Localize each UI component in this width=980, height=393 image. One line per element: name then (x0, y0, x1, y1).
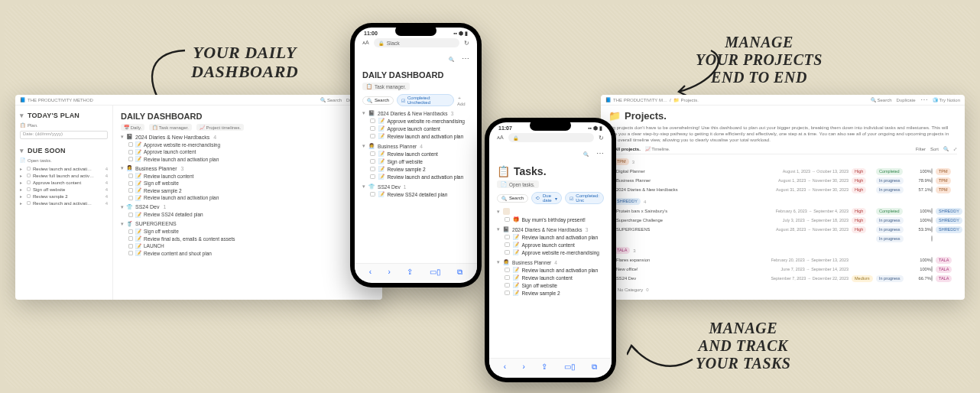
project-row[interactable]: 👕SS24 DevSeptember 7, 2023 → December 22… (608, 274, 957, 283)
task-item[interactable]: 📝Review content and shoot plan (121, 250, 375, 256)
group-header[interactable]: ▾🥤SUPERGREENS (121, 221, 375, 227)
project-group-header[interactable]: ▾TPM3 (608, 158, 957, 165)
view-timeline[interactable]: 📈 Timeline. (645, 146, 670, 151)
project-row[interactable]: 🎌Flares expansionFebruary 20, 2023 → Sep… (608, 255, 957, 265)
project-row[interactable]: 🔑New office!June 7, 2023 → September 14,… (608, 265, 957, 274)
view-chip[interactable]: 📄 Open tasks. (497, 180, 539, 188)
task-item[interactable]: 📝Review launch and activation plan (497, 267, 604, 273)
filter-duedate[interactable]: ⏲ Due date ▾ (531, 192, 562, 204)
project-row[interactable]: In progress (608, 234, 957, 243)
text-size[interactable]: ᴀA (497, 135, 504, 141)
project-group-header[interactable]: ▾TALA3 (608, 247, 957, 254)
search-button[interactable]: Search (497, 194, 528, 203)
expand-icon[interactable]: ⤢ (953, 146, 957, 151)
project-row[interactable]: 📓2024 Diaries & New HardbacksAugust 31, … (608, 185, 957, 194)
tabs-icon[interactable]: ⧉ (457, 268, 462, 277)
task-item[interactable]: 📝Approve launch content (362, 125, 469, 132)
group-header[interactable]: ▾📓2024 Diaries & New Hardbacks3 (497, 226, 604, 232)
group-header[interactable]: ▾📓2024 Diaries & New Hardbacks3 (362, 110, 469, 116)
tabs-icon[interactable]: ⧉ (592, 362, 597, 372)
bookmarks-icon[interactable]: ▭▯ (564, 362, 576, 372)
task-item[interactable]: 📝Review launch and activation plan (362, 174, 469, 180)
more-icon[interactable] (462, 54, 469, 63)
project-row[interactable]: ⚡Supercharge ChallengeJuly 3, 2023 → Sep… (608, 216, 957, 225)
group-header[interactable]: ▾👩‍💼Business Planner3 (121, 165, 375, 171)
task-item[interactable]: 📝Sign off website (362, 158, 469, 164)
task-item[interactable]: 📝Review sample 2 (121, 187, 375, 193)
search-icon[interactable] (449, 54, 454, 63)
task-item[interactable]: 📝Approve website re-merchandising (362, 118, 469, 124)
task-item[interactable]: 📝LAUNCH (121, 243, 375, 249)
forward-icon[interactable]: › (523, 362, 525, 372)
bookmarks-icon[interactable]: ▭▯ (430, 268, 441, 277)
sidebar-task[interactable]: ▸Approve launch content4 (20, 180, 108, 185)
task-item[interactable]: 📝Review launch content (497, 274, 604, 281)
reload-icon[interactable] (464, 40, 469, 47)
group-header[interactable]: ▾👩‍💼Business Planner4 (362, 143, 469, 149)
reload-icon[interactable] (599, 135, 604, 141)
sidebar-task[interactable]: ▸Review sample 24 (20, 193, 108, 199)
group-header[interactable]: ▾📓2024 Diaries & New Hardbacks4 (121, 134, 375, 140)
view-timelines[interactable]: 📈 Project timelines. (196, 124, 244, 131)
open-tasks-view[interactable]: 📄Open tasks. (20, 158, 108, 163)
task-item[interactable]: 📝Approve website re-merchandising (121, 141, 375, 148)
share-icon[interactable]: ⇪ (407, 268, 413, 277)
project-row[interactable]: 🥜Protein bars x Sainsbury'sFebruary 6, 2… (608, 206, 957, 216)
project-group-header[interactable]: ▾SHREDDY4 (608, 198, 957, 205)
back-icon[interactable]: ‹ (504, 362, 506, 372)
task-item[interactable]: 📝Review launch content (121, 173, 375, 179)
duplicate-button[interactable]: Duplicate (897, 98, 916, 102)
task-item[interactable]: 📝Review SS24 detailed plan (121, 212, 375, 218)
task-item[interactable]: 📝Approve launch content (121, 149, 375, 155)
sort-button[interactable]: Sort (930, 147, 939, 151)
date-input[interactable]: Date: (dd/mm/yyyy) (20, 131, 108, 139)
task-item[interactable]: 📝Sign off website (121, 180, 375, 187)
view-chip[interactable]: 📋 Task manager. (362, 83, 410, 90)
project-group-header[interactable]: ▾▵ No Category0 (608, 287, 957, 292)
plan-view[interactable]: 📋Plan. (20, 122, 108, 128)
sidebar-task[interactable]: ▸Review launch and activati…4 (20, 166, 108, 171)
breadcrumb[interactable]: 📘THE PRODUCTIVITY METHOD (20, 97, 93, 102)
task-item[interactable]: 📝Approve launch content (497, 242, 604, 248)
task-item[interactable]: 📝Review launch and activation plan (497, 234, 604, 240)
search-button[interactable]: Search (362, 96, 394, 105)
group-header[interactable]: ▾👕SS24 Dev1 (121, 204, 375, 210)
project-row[interactable]: 📱Digital PlannerAugust 1, 2023 → October… (608, 167, 957, 176)
group-header[interactable]: ▾👩‍💼Business Planner4 (497, 259, 604, 265)
task-item[interactable]: 📝Review launch and activation plan (121, 156, 375, 162)
search-icon[interactable] (583, 148, 589, 158)
view-daily[interactable]: 📅 Daily. (121, 124, 144, 131)
text-size[interactable]: ᴀA (362, 40, 369, 46)
share-icon[interactable]: ⇪ (541, 362, 547, 372)
filter-completed[interactable]: ☑ Completed: Unchecked (397, 94, 454, 106)
try-notion-button[interactable]: 🧊Try Notion (933, 97, 960, 102)
add-button[interactable]: ＋ Add (457, 95, 469, 106)
project-row[interactable]: 🥤SUPERGREENSAugust 28, 2023 → November 3… (608, 225, 957, 234)
task-item[interactable]: 🎁Buy mum's birthday present! (497, 216, 604, 222)
filter-completed[interactable]: ☑ Completed: Unc (565, 192, 604, 204)
group-header[interactable]: ▾👕SS24 Dev1 (362, 184, 469, 190)
url-box[interactable] (508, 133, 594, 142)
task-item[interactable]: 📝Review launch and activation plan (362, 133, 469, 139)
filter-button[interactable]: Filter (916, 147, 926, 151)
search-icon[interactable] (943, 146, 949, 151)
breadcrumb[interactable]: 📘THE PRODUCTIVITY M…/📁Projects. (605, 97, 699, 102)
task-item[interactable]: 📝Sign off website (121, 229, 375, 235)
sidebar-task[interactable]: ▸Review full launch and activ…4 (20, 173, 108, 178)
back-icon[interactable]: ‹ (369, 268, 372, 277)
task-item[interactable]: 📝Review sample 2 (362, 166, 469, 172)
search-button[interactable]: Search (871, 97, 892, 102)
task-item[interactable]: 📝Review launch content (362, 151, 469, 157)
sidebar-task[interactable]: ▸Sign off website4 (20, 187, 108, 192)
forward-icon[interactable]: › (388, 268, 391, 277)
search-button[interactable]: Search (320, 97, 342, 102)
project-row[interactable]: 👩‍💼Business PlannerAugust 1, 2023 → Nove… (608, 176, 957, 185)
task-item[interactable]: 📝Review launch and activation plan (121, 195, 375, 201)
no-group-header[interactable]: ▾ (497, 208, 604, 215)
task-item[interactable]: 📝Review SS24 detailed plan (362, 191, 469, 197)
view-taskmgr[interactable]: 📋 Task manager. (149, 124, 192, 131)
task-item[interactable]: 📝Sign off website (497, 282, 604, 288)
task-item[interactable]: 📝Approve website re-merchandising (497, 249, 604, 255)
url-box[interactable]: Slack (374, 38, 459, 47)
more-icon[interactable] (920, 96, 928, 104)
